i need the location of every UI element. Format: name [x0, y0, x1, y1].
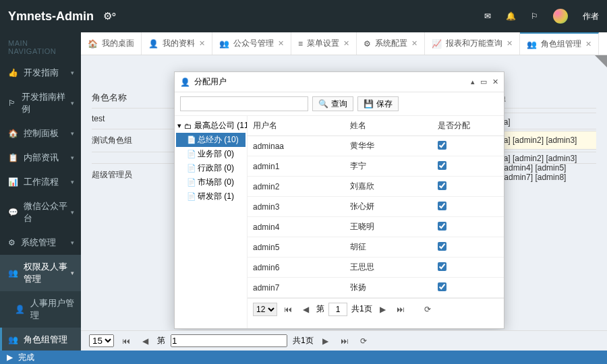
- search-icon: 🔍: [318, 99, 328, 109]
- expand-icon[interactable]: ▾: [177, 121, 181, 130]
- assign-checkbox[interactable]: [438, 181, 446, 190]
- col-admin: 理员: [488, 88, 596, 108]
- close-tab-icon[interactable]: ✕: [343, 39, 349, 48]
- chevron-down-icon: ▾: [71, 69, 74, 76]
- flag-icon[interactable]: ⚐: [531, 11, 538, 21]
- outer-first-icon[interactable]: ⏮: [119, 334, 133, 348]
- save-icon: 💾: [364, 99, 374, 109]
- search-input[interactable]: [180, 96, 308, 111]
- topbar: Ymnets-Admin ⚙ᵒ ✉ 🔔 ⚐ 作者: [0, 0, 607, 32]
- sidebar-item[interactable]: 💬微信公众平台▾: [0, 194, 81, 231]
- assign-checkbox[interactable]: [438, 222, 446, 231]
- col-username: 用户名: [248, 116, 345, 136]
- close-tab-icon[interactable]: ✕: [278, 39, 284, 48]
- sidebar-item[interactable]: 👤人事用户管理: [0, 291, 81, 328]
- admin-cell: ninaa] [admin2] [admin3] n3] [admin4] [a…: [488, 149, 596, 186]
- outer-pager: 15 ⏮ ◀ 第 共1页 ▶ ⏭ ⟳: [81, 330, 607, 351]
- outer-next-icon[interactable]: ▶: [319, 334, 333, 348]
- table-row[interactable]: admin2刘嘉欣: [248, 177, 504, 197]
- prev-page-icon[interactable]: ◀: [299, 303, 312, 316]
- play-icon[interactable]: ▶: [7, 353, 13, 362]
- tab[interactable]: ≡菜单设置✕: [291, 32, 357, 55]
- close-icon[interactable]: ✕: [492, 78, 498, 86]
- settings-icon[interactable]: ⚙ᵒ: [103, 10, 116, 22]
- assign-checkbox[interactable]: [438, 262, 446, 271]
- main: 🏠我的桌面👤我的资料✕👥公众号管理✕≡菜单设置✕⚙系统配置✕📈报表和万能查询✕👥…: [81, 32, 607, 351]
- sidebar-item[interactable]: ⚙系统管理▾: [0, 231, 81, 255]
- close-tab-icon[interactable]: ✕: [199, 39, 205, 48]
- brand[interactable]: Ymnets-Admin: [8, 9, 94, 24]
- tab[interactable]: 📈报表和万能查询✕: [425, 32, 520, 55]
- tabstrip: 🏠我的桌面👤我的资料✕👥公众号管理✕≡菜单设置✕⚙系统配置✕📈报表和万能查询✕👥…: [81, 32, 607, 55]
- close-tab-icon[interactable]: ✕: [585, 40, 591, 49]
- table-row[interactable]: admin6王思思: [248, 257, 504, 278]
- outer-page-size[interactable]: 15: [89, 334, 114, 347]
- tab-icon: 👥: [219, 39, 229, 49]
- sidebar-item[interactable]: 👥角色组管理: [0, 328, 81, 351]
- file-icon: 📄: [187, 150, 195, 158]
- sidebar-item[interactable]: 👍开发指南▾: [0, 61, 81, 85]
- assign-checkbox[interactable]: [438, 282, 446, 291]
- refresh-icon[interactable]: ⟳: [421, 303, 434, 316]
- close-tab-icon[interactable]: ✕: [411, 39, 417, 48]
- search-button[interactable]: 🔍查询: [312, 96, 353, 111]
- collapse-icon[interactable]: ▴: [471, 78, 475, 86]
- table-row[interactable]: adminaa黄华华: [248, 136, 504, 156]
- next-page-icon[interactable]: ▶: [376, 303, 390, 316]
- menu-icon: 🏳: [8, 98, 16, 108]
- menu-icon: 💬: [8, 208, 18, 217]
- tree-node[interactable]: 📄市场部 (0): [176, 175, 245, 189]
- close-tab-icon[interactable]: ✕: [507, 39, 513, 48]
- tree-node[interactable]: ▾🗀最高总公司 (11): [176, 119, 245, 133]
- tab[interactable]: 👥公众号管理✕: [212, 32, 291, 55]
- minimize-icon[interactable]: ▭: [480, 78, 487, 86]
- assign-checkbox[interactable]: [438, 242, 446, 251]
- tab[interactable]: 👤我的资料✕: [142, 32, 212, 55]
- sidebar-item[interactable]: 🏳开发指南样例▾: [0, 85, 81, 121]
- outer-page-input[interactable]: [171, 334, 287, 347]
- tree-node[interactable]: 📄业务部 (0): [176, 147, 245, 161]
- outer-prev-icon[interactable]: ◀: [138, 334, 152, 348]
- tree-node[interactable]: 📄总经办 (10): [176, 133, 245, 147]
- assign-checkbox[interactable]: [438, 141, 446, 150]
- first-page-icon[interactable]: ⏮: [281, 303, 295, 316]
- avatar[interactable]: [553, 9, 568, 24]
- bell-icon[interactable]: 🔔: [506, 11, 516, 21]
- menu-icon: 👍: [8, 68, 18, 78]
- sidebar-item[interactable]: 👥权限及人事管理▾: [0, 255, 81, 291]
- table-row[interactable]: admin4王晓明: [248, 217, 504, 237]
- sidebar-item[interactable]: 🏠控制面板▾: [0, 121, 81, 146]
- tab[interactable]: 👥角色组管理✕: [520, 32, 599, 55]
- table-row[interactable]: admin5胡征: [248, 237, 504, 257]
- outer-last-icon[interactable]: ⏭: [338, 334, 351, 348]
- sidebar-item[interactable]: 📊工作流程▾: [0, 170, 81, 194]
- tree-node[interactable]: 📄研发部 (1): [176, 189, 245, 204]
- menu-icon: 📊: [8, 177, 18, 187]
- file-icon: 📄: [187, 178, 195, 187]
- sidebar-item[interactable]: 📋内部资讯▾: [0, 146, 81, 170]
- page-size-select[interactable]: 12: [253, 303, 277, 316]
- user-label[interactable]: 作者: [583, 11, 599, 22]
- tab-icon: 👥: [527, 40, 537, 49]
- tree-node[interactable]: 📄行政部 (0): [176, 161, 245, 175]
- tab[interactable]: 🏠我的桌面: [81, 32, 142, 55]
- outer-refresh-icon[interactable]: ⟳: [357, 334, 370, 348]
- assign-checkbox[interactable]: [438, 161, 446, 170]
- user-icon: 👤: [180, 78, 190, 87]
- table-row[interactable]: admin7张扬: [248, 278, 504, 298]
- admin-cell: ninaa]: [488, 113, 596, 131]
- tab-icon: 📈: [432, 39, 442, 49]
- table-row[interactable]: admin1李宁: [248, 156, 504, 177]
- tab[interactable]: ⚙系统配置✕: [357, 32, 425, 55]
- sidebar: MAIN NAVIGATION 👍开发指南▾🏳开发指南样例▾🏠控制面板▾📋内部资…: [0, 32, 81, 351]
- tab-icon: ≡: [298, 39, 303, 49]
- nav-header: MAIN NAVIGATION: [0, 32, 81, 61]
- mail-icon[interactable]: ✉: [484, 11, 491, 21]
- menu-icon: 📋: [8, 153, 18, 162]
- last-page-icon[interactable]: ⏭: [394, 303, 407, 316]
- assign-checkbox[interactable]: [438, 202, 446, 210]
- col-fullname: 姓名: [345, 116, 432, 136]
- page-input[interactable]: [328, 303, 347, 316]
- table-row[interactable]: admin3张心妍: [248, 197, 504, 217]
- save-button[interactable]: 💾保存: [357, 96, 399, 111]
